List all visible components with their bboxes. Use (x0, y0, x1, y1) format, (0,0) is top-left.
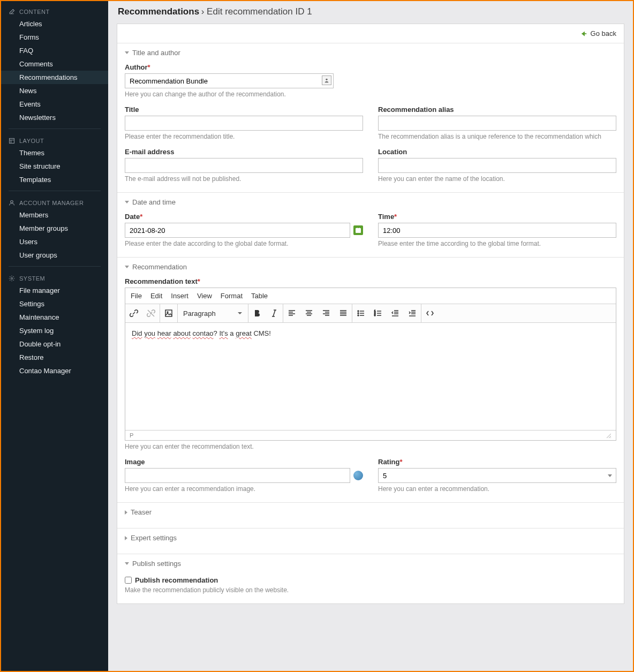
author-picker-button[interactable] (322, 75, 331, 85)
legend-expert[interactable]: Expert settings (125, 528, 616, 548)
image-input[interactable] (125, 468, 350, 483)
legend-teaser[interactable]: Teaser (125, 503, 616, 523)
number-list-icon: 123 (374, 309, 382, 318)
sidebar-item-forms[interactable]: Forms (1, 31, 108, 44)
email-label: E-mail address (125, 148, 363, 156)
image-picker-button[interactable] (353, 471, 363, 480)
location-input[interactable] (378, 158, 616, 173)
format-select[interactable]: Paragraph (178, 304, 248, 322)
legend-title-author[interactable]: Title and author (125, 43, 616, 63)
align-center-button[interactable] (300, 304, 318, 322)
layout-icon (9, 138, 15, 144)
author-help: Here you can change the author of the re… (125, 90, 616, 98)
rectext-label: Recommendation text* (125, 277, 616, 285)
sidebar-item-maintenance[interactable]: Maintenance (1, 311, 108, 324)
sidebar-item-system-log[interactable]: System log (1, 324, 108, 337)
legend-date-time[interactable]: Date and time (125, 193, 616, 213)
editor-menu-edit[interactable]: Edit (150, 292, 162, 300)
bullet-list-icon (357, 309, 365, 318)
sidebar-item-newsletters[interactable]: Newsletters (1, 111, 108, 124)
sidebar-item-member-groups[interactable]: Member groups (1, 222, 108, 235)
title-label: Title (125, 105, 363, 114)
svg-rect-5 (165, 310, 172, 316)
link-button[interactable] (125, 304, 142, 322)
date-input[interactable] (125, 223, 350, 238)
editor-menu-file[interactable]: File (131, 292, 142, 300)
sidebar-item-comments[interactable]: Comments (1, 57, 108, 71)
svg-rect-0 (10, 139, 14, 144)
image-button[interactable] (160, 304, 177, 322)
svg-point-2 (11, 278, 13, 280)
sidebar-item-members[interactable]: Members (1, 208, 108, 222)
fieldset-teaser: Teaser (117, 503, 624, 528)
bullet-list-button[interactable] (352, 304, 369, 322)
title-input[interactable] (125, 116, 363, 131)
location-label: Location (378, 148, 616, 156)
sidebar-item-faq[interactable]: FAQ (1, 44, 108, 57)
sidebar-item-events[interactable]: Events (1, 97, 108, 111)
sidebar-item-templates[interactable]: Templates (1, 173, 108, 186)
sidebar-item-contao-manager[interactable]: Contao Manager (1, 364, 108, 377)
italic-button[interactable] (266, 304, 283, 322)
svg-rect-4 (356, 228, 361, 233)
sidebar-item-double-opt-in[interactable]: Double opt-in (1, 337, 108, 351)
sidebar-item-site-structure[interactable]: Site structure (1, 160, 108, 173)
sidebar-item-file-manager[interactable]: File manager (1, 284, 108, 297)
editor-statusbar: P (125, 430, 616, 440)
fieldset-expert: Expert settings (117, 528, 624, 554)
triangle-down-icon (125, 201, 129, 203)
indent-button[interactable] (404, 304, 421, 322)
sidebar-item-recommendations[interactable]: Recommendations (1, 71, 108, 84)
editor-content[interactable]: Did you hear about contao? It's a great … (125, 323, 616, 430)
editor-menu-insert[interactable]: Insert (171, 292, 188, 300)
sidebar-item-users[interactable]: Users (1, 235, 108, 248)
chevron-down-icon (237, 311, 243, 316)
legend-publish[interactable]: Publish settings (125, 554, 616, 574)
section-label: SYSTEM (19, 275, 45, 282)
time-label: Time* (378, 213, 616, 221)
legend-recommendation[interactable]: Recommendation (125, 258, 616, 277)
bold-icon (253, 309, 261, 318)
source-button[interactable] (421, 304, 439, 322)
fieldset-publish: Publish settings Publish recommendation … (117, 554, 624, 603)
sidebar: CONTENT ArticlesFormsFAQCommentsRecommen… (1, 1, 108, 671)
go-back-button[interactable]: Go back (580, 29, 616, 37)
number-list-button[interactable]: 123 (369, 304, 387, 322)
unlink-button[interactable] (142, 304, 160, 322)
sidebar-item-settings[interactable]: Settings (1, 297, 108, 311)
sidebar-item-news[interactable]: News (1, 84, 108, 97)
sidebar-item-user-groups[interactable]: User groups (1, 248, 108, 262)
rating-select[interactable]: 5 (378, 468, 616, 483)
triangle-down-icon (125, 562, 129, 565)
section-label: CONTENT (19, 9, 50, 15)
editor-menu-format[interactable]: Format (221, 292, 243, 300)
date-picker-button[interactable] (353, 225, 363, 235)
sidebar-item-articles[interactable]: Articles (1, 17, 108, 31)
outdent-button[interactable] (387, 304, 404, 322)
align-justify-icon (339, 309, 348, 318)
section-label: LAYOUT (19, 138, 44, 144)
bold-button[interactable] (248, 304, 266, 322)
alias-input[interactable] (378, 116, 616, 131)
sidebar-item-themes[interactable]: Themes (1, 146, 108, 160)
time-input[interactable] (378, 223, 616, 238)
email-input[interactable] (125, 158, 363, 173)
align-left-button[interactable] (283, 304, 300, 322)
editor-menu-view[interactable]: View (197, 292, 212, 300)
align-center-icon (305, 309, 313, 318)
publish-checkbox[interactable] (125, 577, 132, 584)
sidebar-section-content: CONTENT (1, 4, 108, 17)
sidebar-item-restore[interactable]: Restore (1, 351, 108, 364)
align-right-button[interactable] (318, 304, 335, 322)
sidebar-section-layout: LAYOUT (1, 133, 108, 146)
align-justify-button[interactable] (335, 304, 352, 322)
editor-menu-table[interactable]: Table (251, 292, 268, 300)
triangle-right-icon (125, 536, 127, 540)
fieldset-title-author: Title and author Author* Here you can ch… (117, 43, 624, 193)
indent-icon (408, 309, 417, 318)
page-subtitle: › Edit recommendation ID 1 (201, 6, 312, 17)
author-input[interactable] (125, 73, 334, 88)
gear-icon (9, 275, 15, 282)
triangle-right-icon (125, 510, 127, 515)
resize-handle-icon[interactable] (605, 432, 612, 439)
